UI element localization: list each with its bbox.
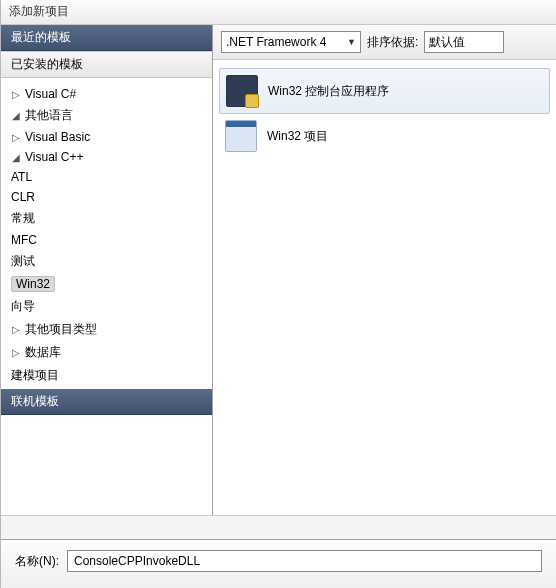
- tree-node-modeling[interactable]: 建模项目: [9, 366, 208, 385]
- dialog-content: 最近的模板 已安装的模板 ▷Visual C# ◢其他语言 ▷Visual Ba…: [1, 25, 556, 515]
- template-label: Win32 项目: [267, 128, 328, 145]
- tree-node-visual-basic[interactable]: ▷Visual Basic: [9, 129, 208, 145]
- win32-project-icon: [225, 120, 257, 152]
- chevron-right-icon: ▷: [11, 132, 21, 143]
- right-panel: .NET Framework 4 ▼ 排序依据: 默认值 Win32 控制台应用…: [213, 25, 556, 515]
- template-win32-console[interactable]: Win32 控制台应用程序: [219, 68, 550, 114]
- template-list: Win32 控制台应用程序 Win32 项目: [213, 60, 556, 515]
- installed-templates-header[interactable]: 已安装的模板: [1, 51, 212, 78]
- recent-templates-header[interactable]: 最近的模板: [1, 25, 212, 51]
- tree-node-atl[interactable]: ATL: [9, 169, 208, 185]
- tree-node-visual-cpp[interactable]: ◢Visual C++: [9, 149, 208, 165]
- divider: [1, 515, 556, 539]
- template-tree: ▷Visual C# ◢其他语言 ▷Visual Basic ◢Visual C…: [1, 78, 212, 389]
- sort-dropdown[interactable]: 默认值: [424, 31, 504, 53]
- name-label: 名称(N):: [15, 553, 59, 570]
- chevron-right-icon: ▷: [11, 324, 21, 335]
- tree-node-mfc[interactable]: MFC: [9, 232, 208, 248]
- tree-node-visual-csharp[interactable]: ▷Visual C#: [9, 86, 208, 102]
- chevron-down-icon: ▼: [347, 37, 356, 47]
- tree-node-clr[interactable]: CLR: [9, 189, 208, 205]
- dialog-title: 添加新项目: [1, 0, 556, 25]
- tree-node-test[interactable]: 测试: [9, 252, 208, 271]
- bottom-bar: 名称(N):: [1, 539, 556, 588]
- chevron-right-icon: ▷: [11, 89, 21, 100]
- chevron-down-icon: ◢: [11, 152, 21, 163]
- sort-by-label: 排序依据:: [367, 34, 418, 51]
- sort-value: 默认值: [429, 34, 465, 51]
- tree-node-other-languages[interactable]: ◢其他语言: [9, 106, 208, 125]
- tree-node-wizard[interactable]: 向导: [9, 297, 208, 316]
- chevron-down-icon: ◢: [11, 110, 21, 121]
- tree-node-general[interactable]: 常规: [9, 209, 208, 228]
- left-panel: 最近的模板 已安装的模板 ▷Visual C# ◢其他语言 ▷Visual Ba…: [1, 25, 213, 515]
- framework-dropdown[interactable]: .NET Framework 4 ▼: [221, 31, 361, 53]
- add-new-project-dialog: 添加新项目 最近的模板 已安装的模板 ▷Visual C# ◢其他语言 ▷Vis…: [0, 0, 556, 588]
- console-app-icon: [226, 75, 258, 107]
- right-toolbar: .NET Framework 4 ▼ 排序依据: 默认值: [213, 25, 556, 60]
- template-label: Win32 控制台应用程序: [268, 83, 389, 100]
- tree-node-database[interactable]: ▷数据库: [9, 343, 208, 362]
- template-win32-project[interactable]: Win32 项目: [219, 114, 550, 158]
- name-input[interactable]: [67, 550, 542, 572]
- online-templates-header[interactable]: 联机模板: [1, 389, 212, 415]
- online-templates-area: [1, 415, 212, 515]
- framework-value: .NET Framework 4: [226, 35, 326, 49]
- tree-node-other-project-types[interactable]: ▷其他项目类型: [9, 320, 208, 339]
- chevron-right-icon: ▷: [11, 347, 21, 358]
- tree-node-win32[interactable]: Win32: [9, 275, 208, 293]
